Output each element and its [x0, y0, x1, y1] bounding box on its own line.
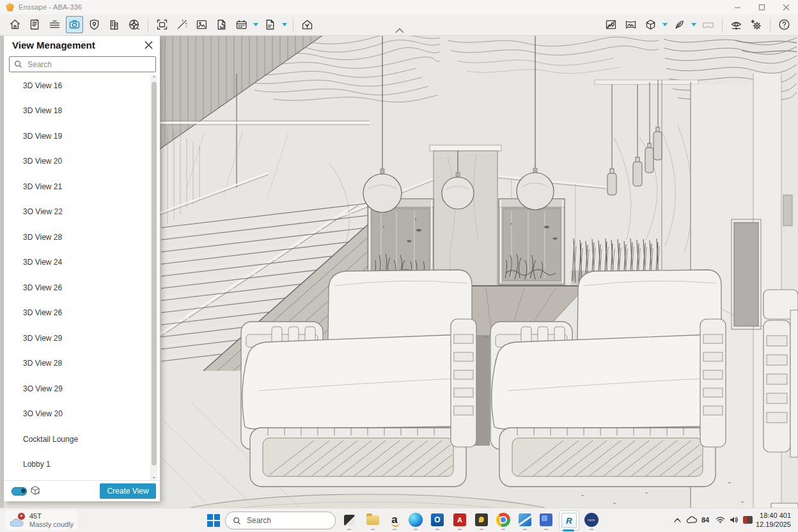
view-list-item[interactable]: 3D View 26 [4, 275, 151, 301]
home-icon[interactable] [6, 16, 24, 33]
selection-capture-icon[interactable] [153, 16, 171, 33]
document-notes-icon[interactable] [26, 16, 43, 33]
view-list-item[interactable]: 3D View 16 [4, 73, 151, 98]
cube-view-icon[interactable] [29, 485, 41, 496]
app-acrobat[interactable]: A [451, 512, 468, 528]
photos-dark-icon [475, 513, 488, 526]
view-list-item[interactable]: 3D View 26 [4, 301, 151, 326]
window-title: Enssape - ABA-336 [19, 3, 82, 11]
outlook-icon: O [431, 513, 444, 526]
maximize-button[interactable] [749, 0, 774, 14]
view-list-item[interactable]: 3D View 18 [4, 98, 151, 124]
panel-close-icon[interactable] [143, 39, 154, 51]
view-list-item[interactable]: Lobby 1 [4, 452, 151, 478]
building-icon[interactable] [106, 16, 123, 33]
view-list-scrollbar[interactable]: ⌃ ⌄ [150, 75, 157, 480]
view-list: 3D View 163D View 183D View 193D View 20… [4, 73, 151, 478]
scroll-up-icon[interactable]: ⌃ [150, 75, 157, 82]
title-bar: Enssape - ABA-336 [0, 0, 798, 14]
windows-logo-icon [207, 514, 220, 527]
app-amazon[interactable]: a [386, 512, 403, 528]
settings-gears-icon[interactable] [747, 16, 765, 33]
calendar-icon[interactable] [233, 16, 250, 33]
view-list-item[interactable]: 3D View 28 [4, 351, 151, 377]
app-photos-dark[interactable] [473, 512, 490, 528]
cube-3d-icon[interactable] [642, 16, 659, 33]
scrollbar-thumb[interactable] [152, 82, 157, 465]
view-list-item[interactable]: 3D View 20 [4, 149, 151, 175]
export-dropdown-icon[interactable] [282, 23, 287, 26]
panorama-image-icon[interactable] [622, 16, 639, 33]
view-list-item[interactable]: 3O View 20 [4, 402, 151, 427]
close-button[interactable] [774, 0, 798, 14]
image-icon[interactable] [193, 16, 210, 33]
paragraph-lines-icon[interactable] [46, 16, 63, 33]
teams-icon [540, 513, 552, 526]
view-list-item[interactable]: 3D View 28 [4, 224, 151, 250]
edge-icon [409, 513, 423, 527]
app-chrome[interactable] [495, 512, 512, 528]
volume-icon[interactable] [728, 514, 740, 526]
cast-display-icon[interactable] [742, 514, 753, 526]
app-task-view[interactable] [341, 512, 357, 528]
revit-icon: R [561, 513, 577, 528]
folder-icon [366, 515, 379, 525]
app-teams[interactable] [538, 512, 554, 528]
app-logo-icon [6, 3, 14, 12]
search-icon [233, 517, 241, 525]
app-file-explorer[interactable] [364, 512, 381, 528]
acrobat-icon: A [453, 513, 466, 526]
view-list-item[interactable]: 3O View 22 [4, 199, 151, 225]
photos-icon [519, 513, 531, 526]
view-list-item[interactable]: 3D View 24 [4, 250, 151, 276]
taskbar: 45T Massly coudly a O A R rom 84 [0, 508, 798, 532]
app-edge[interactable] [407, 512, 424, 528]
weather-temp: 45T [29, 512, 74, 520]
autodesk-round-icon: rom [584, 513, 598, 527]
taskbar-search [225, 512, 336, 529]
panel-title: View Menagement [12, 40, 95, 51]
weather-alert-badge [17, 512, 26, 520]
view-list-item[interactable]: 3D View 19 [4, 123, 151, 149]
cube-dropdown-icon[interactable] [662, 23, 668, 26]
eye-visibility-icon[interactable] [728, 16, 745, 33]
marble-column [430, 145, 501, 286]
tray-clock[interactable]: 18:40 401 12.19/2025 [756, 512, 791, 529]
view-mode-toggle[interactable] [12, 487, 27, 496]
app-autodesk[interactable]: rom [583, 512, 600, 528]
shield-pin-icon[interactable] [86, 16, 103, 33]
tray-chevron-up-icon[interactable] [671, 514, 683, 526]
view-list-item[interactable]: 3D View 21 [4, 174, 151, 199]
view-list-item[interactable]: 3O View 29 [4, 376, 151, 402]
create-view-button[interactable]: Create View [100, 483, 156, 499]
onedrive-cloud-icon[interactable] [685, 514, 697, 526]
help-icon[interactable] [776, 16, 793, 33]
map-pin-image-icon[interactable] [602, 16, 620, 33]
taskbar-search-input[interactable] [246, 515, 335, 526]
view-search-input[interactable] [26, 59, 155, 70]
viewport-collapse-chevron[interactable] [391, 26, 408, 35]
video-camera-icon[interactable] [66, 16, 83, 33]
weather-widget[interactable]: 45T Massly coudly [5, 510, 77, 530]
view-list-item[interactable]: 3D View 29 [4, 325, 151, 351]
view-search [9, 56, 156, 72]
ime-language-icon[interactable]: 84 [700, 514, 711, 526]
scroll-down-icon[interactable]: ⌄ [150, 473, 157, 480]
calendar-dropdown-icon[interactable] [253, 23, 258, 26]
app-outlook[interactable]: O [429, 512, 446, 528]
view-list-item[interactable]: Cocktail Lounge [4, 426, 151, 452]
start-button[interactable] [206, 513, 221, 528]
house-plant-icon[interactable] [299, 16, 316, 33]
film-reel-icon[interactable] [125, 16, 143, 33]
wifi-icon[interactable] [714, 514, 726, 526]
document-refresh-icon[interactable] [213, 16, 230, 33]
feather-icon[interactable] [671, 16, 688, 33]
magic-pen-icon[interactable] [173, 16, 191, 33]
feather-dropdown-icon[interactable] [691, 23, 696, 26]
view-management-panel: View Menagement 3D View 163D View 183D V… [4, 35, 160, 501]
minimize-button[interactable] [725, 0, 749, 14]
document-export-icon[interactable] [262, 16, 279, 33]
active-app-indicator [563, 529, 574, 531]
app-revit-active[interactable]: R [559, 510, 579, 531]
app-photos[interactable] [517, 512, 533, 528]
